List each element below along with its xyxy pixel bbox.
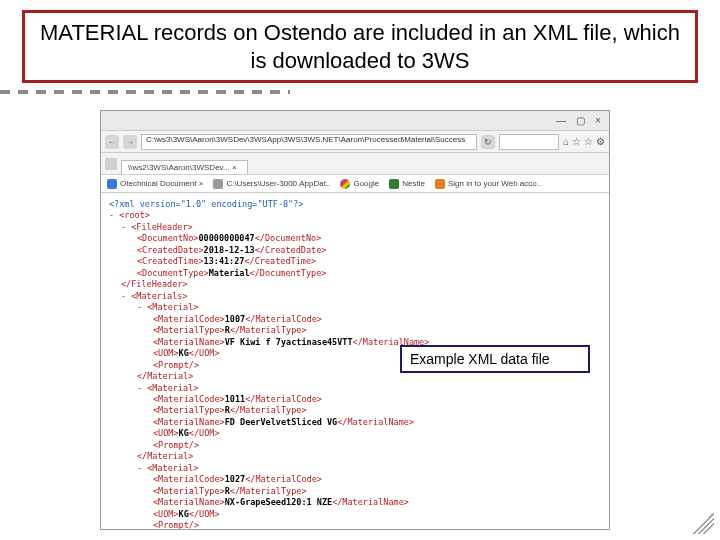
xml-tag: <UOM> [153,348,179,358]
fav-item-signin[interactable]: Sign in to your Web acco.. [435,179,541,189]
url-input[interactable]: C:\ws3\3WS\Aaron\3WSDev\3WSApp\3WS\3WS.N… [141,134,477,150]
xml-tag: <Material> [147,302,198,312]
xml-tag: <Material> [147,463,198,473]
xml-tag: <MaterialType> [153,325,225,335]
xml-tag: <Material> [147,383,198,393]
xml-tag: <DocumentType> [137,268,209,278]
address-bar: ← → C:\ws3\3WS\Aaron\3WSDev\3WSApp\3WS\3… [101,131,609,153]
xml-value: VF Kiwi f 7yactinase45VTT [225,337,353,347]
xml-value: 1027 [225,474,245,484]
fav-label: Nestle [402,179,425,188]
xml-value: Material [209,268,250,278]
fav-item-nestle[interactable]: Nestle [389,179,425,189]
xml-tag: <root> [119,210,150,220]
resize-grip-icon [692,512,714,534]
xml-value: 1011 [225,394,245,404]
xml-tag: </DocumentNo> [255,233,322,243]
xml-tag: <Prompt/> [153,520,199,530]
doc-icon [107,179,117,189]
google-icon [340,179,350,189]
fav-label: Sign in to your Web acco.. [448,179,541,188]
xml-tag: </MaterialCode> [245,474,322,484]
collapse-icon[interactable]: - [137,302,147,312]
xml-tag: <CreatedDate> [137,245,204,255]
xml-tag: </FileHeader> [121,279,188,289]
xml-tag: </DocumentType> [250,268,327,278]
fav-label: Google [353,179,379,188]
tab-xml-file[interactable]: \\ws2\3WS\Aaron\3WSDev... × [121,160,248,174]
forward-icon[interactable]: → [123,135,137,149]
home-icon[interactable]: ⌂ [563,136,569,147]
collapse-icon[interactable]: - [121,291,131,301]
key-icon [435,179,445,189]
fav-item-google[interactable]: Google [340,179,379,189]
collapse-icon[interactable]: - [137,383,147,393]
callout-label: Example XML data file [400,345,590,373]
xml-tag: <MaterialName> [153,417,225,427]
settings-icon[interactable]: ⚙ [596,136,605,147]
fav-item-appdata[interactable]: C:\Users\User-3000.AppDat.. [213,179,330,189]
xml-tag: <UOM> [153,509,179,519]
xml-value: KG [179,348,189,358]
xml-tag: <Prompt/> [153,440,199,450]
xml-value: 00000000047 [198,233,254,243]
xml-value: 1007 [225,314,245,324]
xml-value: KG [179,509,189,519]
xml-tag: </MaterialName> [337,417,414,427]
favorite-icon[interactable]: ☆ [572,136,581,147]
xml-value: KG [179,428,189,438]
xml-tag: <MaterialCode> [153,394,225,404]
xml-value: 13:41:27 [204,256,245,266]
xml-value: 2018-12-13 [204,245,255,255]
collapse-icon[interactable]: - [121,222,131,232]
divider-dashes [0,90,290,94]
xml-tag: </UOM> [189,428,220,438]
xml-tag: <Prompt/> [153,360,199,370]
xml-tag: <MaterialType> [153,405,225,415]
xml-value: FD DeerVelvetSliced VG [225,417,338,427]
xml-tag: </UOM> [189,348,220,358]
xml-tag: </UOM> [189,509,220,519]
embedded-browser-screenshot: — ▢ × ← → C:\ws3\3WS\Aaron\3WSDev\3WSApp… [100,110,610,530]
xml-tag: <Materials> [131,291,187,301]
xml-tag: <MaterialCode> [153,314,225,324]
favorites-bar: Otechnical Document × C:\Users\User-3000… [101,175,609,193]
xml-tag: <DocumentNo> [137,233,198,243]
xml-value: NX-GrapeSeed120:1 NZE [225,497,332,507]
xml-tag: </MaterialType> [230,405,307,415]
xml-tag: </CreatedDate> [255,245,327,255]
close-icon[interactable]: × [595,115,601,126]
xml-tag: <CreatedTime> [137,256,204,266]
window-chrome: — ▢ × [101,111,609,131]
xml-tag: </MaterialCode> [245,314,322,324]
fav-label: C:\Users\User-3000.AppDat.. [226,179,330,188]
xml-tag: <MaterialName> [153,337,225,347]
file-icon [213,179,223,189]
minimize-icon[interactable]: — [556,115,566,126]
search-input[interactable] [499,134,559,150]
tab-bar: \\ws2\3WS\Aaron\3WSDev... × [101,153,609,175]
feed-icon[interactable]: ☆ [584,136,593,147]
xml-tag: </MaterialName> [332,497,409,507]
xml-tag: <FileHeader> [131,222,192,232]
xml-tag: </MaterialType> [230,486,307,496]
xml-tag: </CreatedTime> [244,256,316,266]
xml-tag: </MaterialCode> [245,394,322,404]
fav-item-tech-doc[interactable]: Otechnical Document × [107,179,203,189]
slide-title: MATERIAL records on Ostendo are included… [22,10,698,83]
collapse-icon[interactable]: - [137,463,147,473]
xml-tag: </Material> [137,371,193,381]
xml-tag: <MaterialCode> [153,474,225,484]
collapse-icon[interactable]: - [109,210,119,220]
xml-tag: </Material> [137,451,193,461]
xml-tag: </MaterialType> [230,325,307,335]
xml-tag: <MaterialType> [153,486,225,496]
xml-tag: <UOM> [153,428,179,438]
xml-declaration: <?xml version="1.0" encoding="UTF-8"?> [109,199,303,209]
favorites-icon[interactable] [105,158,117,170]
xml-tag: <MaterialName> [153,497,225,507]
maximize-icon[interactable]: ▢ [576,115,585,126]
back-icon[interactable]: ← [105,135,119,149]
fav-label: Otechnical Document × [120,179,203,188]
refresh-icon[interactable]: ↻ [481,135,495,149]
